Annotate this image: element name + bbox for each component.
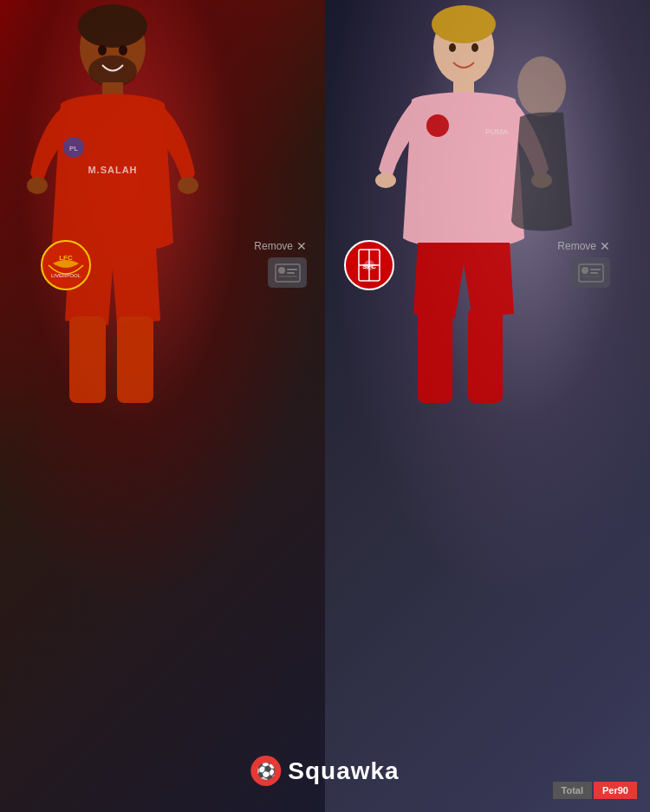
svg-point-21 — [426, 114, 449, 137]
toggle-buttons: Total Per90 — [553, 782, 637, 799]
svg-rect-31 — [287, 272, 295, 274]
svg-point-12 — [119, 45, 127, 55]
player-silhouette-right: PUMA — [342, 0, 585, 451]
squawka-name: Squawka — [288, 757, 399, 785]
remove-label-left: Remove — [254, 240, 293, 252]
liverpool-logo: LFC LIVERPOOL — [40, 239, 92, 291]
svg-text:M.SALAH: M.SALAH — [88, 165, 137, 175]
remove-btn-left[interactable]: Remove ✕ — [254, 239, 307, 253]
svg-point-17 — [375, 172, 396, 188]
remove-btn-right[interactable]: Remove ✕ — [557, 239, 610, 253]
svg-rect-19 — [418, 308, 452, 403]
svg-point-11 — [98, 45, 107, 55]
svg-rect-40 — [590, 272, 598, 274]
background: PL M.SALAH — [0, 0, 650, 812]
southampton-logo: SFC — [343, 239, 395, 291]
squawka-icon: ⚽ — [250, 756, 281, 786]
bottom-branding: ⚽ Squawka — [250, 756, 399, 786]
svg-point-14 — [432, 5, 496, 43]
toggle-total[interactable]: Total — [553, 782, 592, 799]
svg-rect-9 — [117, 316, 153, 403]
liverpool-crest: LFC LIVERPOOL — [40, 239, 92, 291]
svg-rect-39 — [590, 269, 601, 270]
svg-point-38 — [582, 267, 588, 274]
squawka-logo: ⚽ Squawka — [250, 756, 399, 786]
svg-point-24 — [517, 56, 566, 117]
svg-point-1 — [78, 4, 147, 48]
card-southampton-header: SFC Remove ✕ — [343, 239, 610, 291]
id-icon-svg-right — [578, 263, 604, 283]
southampton-crest: SFC — [343, 239, 395, 291]
id-icon-svg-left — [275, 263, 301, 283]
player-silhouette-left: PL M.SALAH — [0, 0, 243, 433]
close-icon-left[interactable]: ✕ — [296, 239, 307, 253]
svg-point-22 — [449, 43, 456, 52]
svg-text:PUMA: PUMA — [485, 127, 508, 136]
svg-text:PL: PL — [69, 145, 78, 153]
svg-point-6 — [27, 177, 48, 194]
close-icon-right[interactable]: ✕ — [600, 239, 610, 253]
svg-point-29 — [278, 267, 285, 274]
id-card-icon-left — [268, 257, 307, 288]
svg-rect-30 — [287, 269, 297, 270]
bg-right: PUMA — [325, 0, 650, 812]
id-card-icon-right — [571, 257, 610, 288]
svg-point-23 — [471, 43, 478, 52]
svg-rect-32 — [278, 276, 297, 277]
toggle-per90[interactable]: Per90 — [594, 782, 637, 799]
svg-point-7 — [178, 177, 198, 194]
remove-label-right: Remove — [557, 240, 596, 252]
svg-text:SFC: SFC — [362, 263, 376, 270]
svg-rect-20 — [468, 308, 503, 403]
svg-rect-8 — [69, 316, 106, 403]
bg-left: PL M.SALAH — [0, 0, 325, 812]
svg-rect-41 — [582, 276, 601, 277]
card-salah-header: LFC LIVERPOOL Remove ✕ — [40, 239, 307, 291]
